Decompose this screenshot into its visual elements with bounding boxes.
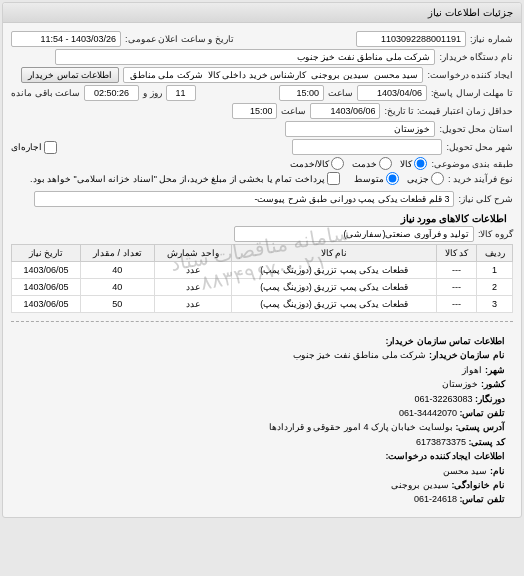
val-phone: 34442070-061 [399, 408, 457, 418]
table-row[interactable]: 1---قطعات یدکی پمپ تزریق (دوزینگ پمپ)عدد… [12, 262, 513, 279]
lbl-validity: حداقل زمان اعتبار قیمت: تا تاریخ: [384, 106, 513, 116]
lbl-province: استان محل تحویل: [439, 124, 513, 134]
contact-buyer-button[interactable]: اطلاعات تماس خریدار [21, 67, 119, 83]
pay-note-wrap[interactable]: پرداخت تمام یا بخشی از مبلغ خرید،از محل … [30, 172, 340, 185]
items-table: ردیف کد کالا نام کالا واحد شمارش تعداد /… [11, 244, 513, 313]
validity-time-input[interactable] [232, 103, 277, 119]
buyer-org-input[interactable] [55, 49, 435, 65]
table-cell: 2 [477, 279, 513, 296]
table-row[interactable]: 3---قطعات یدکی پمپ تزریق (دوزینگ پمپ)عدد… [12, 296, 513, 313]
summary-input[interactable] [34, 191, 454, 207]
req-no-input[interactable] [356, 31, 466, 47]
lbl-remain-days: روز و [143, 88, 162, 98]
lbl-addr-c: آدرس پستی: [456, 422, 506, 432]
lbl-lname: نام خانوادگی: [452, 480, 506, 490]
val-lname: سیدین بروجنی [391, 480, 449, 490]
remaining-days-input [166, 85, 196, 101]
val-fname: سید محسن [443, 466, 488, 476]
need-details-panel: جزئیات اطلاعات نیاز شماره نیاز: تاریخ و … [2, 2, 522, 518]
table-row[interactable]: 2---قطعات یدکی پمپ تزریق (دوزینگ پمپ)عدد… [12, 279, 513, 296]
table-cell: عدد [154, 296, 232, 313]
process-type-group: جزیی متوسط [354, 172, 444, 185]
table-cell: عدد [154, 262, 232, 279]
opt-small[interactable]: جزیی [407, 172, 444, 185]
lbl-time-sep2: ساعت [281, 106, 306, 116]
city-input[interactable] [292, 139, 442, 155]
radio-small[interactable] [431, 172, 444, 185]
th-unit: واحد شمارش [154, 245, 232, 262]
table-cell: 40 [81, 262, 155, 279]
th-name: نام کالا [232, 245, 437, 262]
lbl-announce-dt: تاریخ و ساعت اعلان عمومی: [125, 34, 234, 44]
val-org: شرکت ملی مناطق نفت خیز جنوب [293, 350, 427, 360]
divider [11, 321, 513, 322]
val-addr: بولسایت خیابان پارک 4 امور حقوقی و قرارد… [269, 422, 453, 432]
lbl-fax-c: دورنگار: [475, 394, 505, 404]
table-cell: عدد [154, 279, 232, 296]
val-phone2: 24618-061 [414, 494, 457, 504]
lbl-deadline: تا مهلت ارسال پاسخ: [431, 88, 513, 98]
lbl-city: شهر محل تحویل: [446, 142, 513, 152]
rent-checkbox-wrap[interactable]: اجاره‌ای [11, 141, 57, 154]
panel-title: جزئیات اطلاعات نیاز [3, 3, 521, 23]
table-cell: 1403/06/05 [12, 262, 81, 279]
lbl-contact-title: اطلاعات تماس سازمان خریدار: [386, 336, 506, 346]
lbl-org-name: نام سازمان خریدار: [429, 350, 505, 360]
radio-goods-svc[interactable] [331, 157, 344, 170]
pay-note-checkbox[interactable] [327, 172, 340, 185]
announce-dt-input[interactable] [11, 31, 121, 47]
table-cell: --- [436, 262, 476, 279]
lbl-remain-suffix: ساعت باقی مانده [11, 88, 80, 98]
val-postal: 6173873375 [416, 437, 466, 447]
lbl-req-no: شماره نیاز: [470, 34, 513, 44]
lbl-phone2: تلفن تماس: [460, 494, 506, 504]
table-cell: 1403/06/05 [12, 279, 81, 296]
radio-medium[interactable] [386, 172, 399, 185]
lbl-rent: اجاره‌ای [11, 142, 42, 152]
th-qty: تعداد / مقدار [81, 245, 155, 262]
remaining-time-input [84, 85, 139, 101]
table-cell: قطعات یدکی پمپ تزریق (دوزینگ پمپ) [232, 296, 437, 313]
table-cell: 40 [81, 279, 155, 296]
lbl-buyer-org: نام دستگاه خریدار: [439, 52, 513, 62]
table-cell: --- [436, 279, 476, 296]
table-cell: قطعات یدکی پمپ تزریق (دوزینگ پمپ) [232, 279, 437, 296]
creator-input[interactable] [123, 67, 423, 83]
lbl-creator: ایجاد کننده درخواست: [427, 70, 513, 80]
contact-info-block: اطلاعات تماس سازمان خریدار: نام سازمان خ… [11, 330, 513, 511]
lbl-fname: نام: [490, 466, 505, 476]
opt-service[interactable]: خدمت [352, 157, 392, 170]
val-fax: 32263083-061 [414, 394, 472, 404]
pay-note-text: پرداخت تمام یا بخشی از مبلغ خرید،از محل … [30, 174, 325, 184]
rent-checkbox[interactable] [44, 141, 57, 154]
lbl-group: گروه کالا: [478, 229, 513, 239]
val-city: اهواز [462, 365, 482, 375]
th-code: کد کالا [436, 245, 476, 262]
opt-goods[interactable]: کالا [400, 157, 427, 170]
items-section-title: اطلاعات کالاهای مورد نیاز [17, 213, 507, 224]
validity-date-input[interactable] [310, 103, 380, 119]
table-header-row: ردیف کد کالا نام کالا واحد شمارش تعداد /… [12, 245, 513, 262]
lbl-postal-c: کد پستی: [469, 437, 506, 447]
th-date: تاریخ نیاز [12, 245, 81, 262]
lbl-time-sep: ساعت [328, 88, 353, 98]
group-input[interactable] [234, 226, 474, 242]
val-country: خوزستان [442, 379, 478, 389]
lbl-city-c: شهر: [485, 365, 505, 375]
lbl-process-type: نوع فرآیند خرید : [448, 174, 513, 184]
table-cell: 3 [477, 296, 513, 313]
opt-goods-svc[interactable]: کالا/خدمت [290, 157, 345, 170]
province-input[interactable] [285, 121, 435, 137]
table-cell: 1 [477, 262, 513, 279]
deadline-time-input[interactable] [279, 85, 324, 101]
table-cell: قطعات یدکی پمپ تزریق (دوزینگ پمپ) [232, 262, 437, 279]
deadline-date-input[interactable] [357, 85, 427, 101]
lbl-pkg-type: طبقه بندی موضوعی: [431, 159, 513, 169]
pkg-type-group: کالا خدمت کالا/خدمت [290, 157, 428, 170]
opt-medium[interactable]: متوسط [354, 172, 399, 185]
lbl-creator-title: اطلاعات ایجاد کننده درخواست: [386, 451, 506, 461]
lbl-phone-c: تلفن تماس: [460, 408, 506, 418]
radio-service[interactable] [379, 157, 392, 170]
radio-goods[interactable] [414, 157, 427, 170]
th-row: ردیف [477, 245, 513, 262]
